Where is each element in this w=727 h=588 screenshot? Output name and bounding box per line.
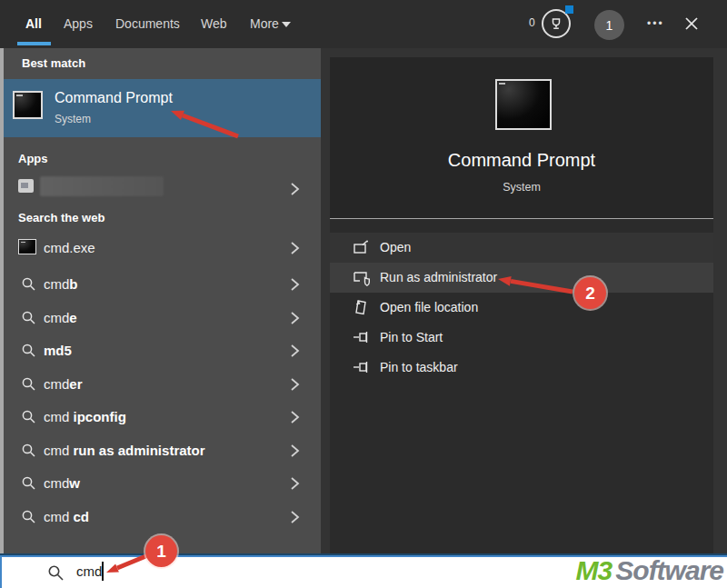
tab-documents[interactable]: Documents (115, 16, 180, 31)
results-panel: Best match Command Prompt System Apps Se… (4, 48, 321, 556)
result-subtitle: System (55, 113, 91, 125)
action-run-as-administrator[interactable]: Run as administrator (330, 263, 713, 293)
search-suggestion[interactable]: cmd ipconfig (4, 401, 321, 434)
text-caret (102, 562, 104, 581)
file-location-icon (353, 299, 370, 320)
search-suggestion[interactable]: cmdw (4, 467, 321, 500)
step-badge-1: 1 (145, 535, 177, 567)
search-icon (21, 475, 36, 494)
tab-web[interactable]: Web (201, 16, 227, 31)
web-result-cmd-exe[interactable]: cmd.exe (4, 232, 321, 264)
search-suggestion[interactable]: cmder (4, 368, 321, 401)
search-suggestion[interactable]: cmd cd (4, 501, 321, 533)
chevron-right-icon (290, 410, 300, 428)
chevron-right-icon (290, 443, 300, 462)
search-icon (21, 343, 36, 362)
chevron-right-icon (290, 510, 300, 528)
search-icon (21, 276, 36, 295)
preview-title: Command Prompt (330, 150, 713, 171)
step-badge-2: 2 (574, 277, 606, 309)
action-label: Run as administrator (380, 270, 497, 284)
search-suggestion[interactable]: cmd run as administrator (4, 434, 321, 467)
logo-m3: M3 (576, 555, 612, 585)
search-suggestion[interactable]: cmdb (4, 268, 321, 301)
action-pin-to-start[interactable]: Pin to Start (330, 323, 713, 353)
notification-badge (565, 5, 573, 14)
logo-software: Software (615, 555, 723, 585)
best-match-result-command-prompt[interactable]: Command Prompt System (4, 79, 321, 137)
suggestion-label: cmd cd (44, 509, 89, 524)
command-prompt-icon-large (495, 79, 552, 130)
command-prompt-icon (13, 91, 43, 119)
search-suggestion[interactable]: cmde (4, 302, 321, 334)
preview-panel: Command Prompt System Open Run as admini… (330, 57, 713, 556)
suggestion-label: cmde (44, 310, 77, 325)
suggestion-label: cmd ipconfig (44, 409, 126, 424)
avatar-count: 1 (606, 18, 613, 33)
preview-subtitle: System (330, 181, 713, 194)
chevron-right-icon (290, 377, 300, 395)
search-query-text: cmd (76, 563, 102, 579)
action-label: Open file location (380, 300, 478, 314)
suggestion-label: cmdb (44, 276, 78, 292)
action-open[interactable]: Open (330, 233, 713, 263)
pin-icon (353, 329, 371, 349)
m3-software-logo: M3Software (523, 555, 723, 586)
action-open-file-location[interactable]: Open file location (330, 293, 713, 323)
tab-more[interactable]: More (250, 16, 279, 31)
action-label: Pin to taskbar (380, 360, 458, 374)
chevron-right-icon (290, 277, 300, 295)
app-icon (18, 179, 34, 193)
search-icon (21, 376, 36, 395)
search-icon (21, 443, 36, 462)
step-number: 2 (585, 284, 595, 304)
tab-all[interactable]: All (25, 16, 42, 31)
chevron-down-icon[interactable] (282, 22, 291, 27)
action-pin-to-taskbar[interactable]: Pin to taskbar (330, 353, 713, 383)
suggestion-label: cmdw (44, 475, 80, 491)
step-number: 1 (156, 542, 166, 562)
pin-icon (353, 359, 371, 379)
result-title: Command Prompt (55, 90, 173, 106)
suggestion-label: md5 (44, 343, 72, 358)
open-window-icon (353, 239, 370, 260)
avatar[interactable]: 1 (594, 10, 624, 40)
active-tab-underline (17, 42, 51, 45)
chevron-right-icon (290, 241, 300, 259)
chevron-right-icon (290, 476, 300, 494)
preview-hero: Command Prompt System (330, 57, 713, 218)
search-icon (47, 564, 65, 585)
chevron-right-icon (290, 311, 300, 329)
web-result-label: cmd.exe (44, 240, 95, 255)
divider (330, 218, 713, 219)
search-suggestion[interactable]: md5 (4, 334, 321, 367)
search-icon (21, 310, 36, 329)
action-label: Pin to Start (380, 330, 443, 344)
search-icon (21, 409, 36, 428)
chevron-right-icon (290, 344, 300, 362)
search-filter-bar: All Apps Documents Web More 0 1 ••• (0, 0, 727, 48)
best-match-header: Best match (22, 56, 85, 70)
chevron-right-icon (290, 182, 300, 200)
admin-shield-icon (353, 269, 371, 291)
tab-apps[interactable]: Apps (64, 16, 93, 31)
suggestion-label: cmd run as administrator (44, 443, 205, 458)
more-options-icon[interactable]: ••• (647, 17, 664, 30)
search-flyout-window: All Apps Documents Web More 0 1 ••• Best… (0, 0, 727, 588)
redacted-app-name (40, 176, 164, 196)
suggestion-label: cmder (44, 376, 83, 392)
search-icon (21, 509, 36, 528)
rewards-count: 0 (529, 16, 535, 29)
close-icon[interactable] (683, 15, 700, 32)
apps-header: Apps (18, 152, 48, 165)
cmd-exe-icon (18, 239, 36, 254)
search-the-web-header: Search the web (18, 211, 105, 224)
action-label: Open (380, 240, 411, 254)
app-result-redacted[interactable] (4, 173, 321, 205)
